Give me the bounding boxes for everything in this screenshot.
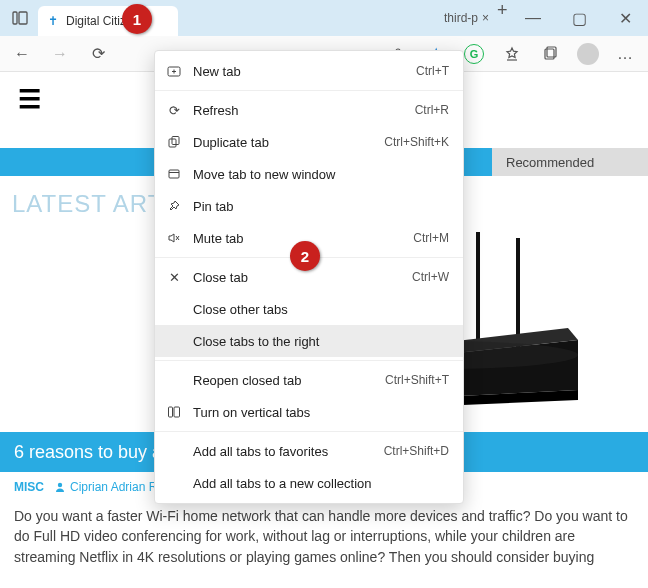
- person-icon: [54, 481, 66, 493]
- menu-vertical-tabs[interactable]: Turn on vertical tabs: [155, 396, 463, 428]
- app-menu-button[interactable]: …: [612, 40, 640, 68]
- bg-tab-title: third-p: [444, 11, 478, 25]
- new-tab-icon: [165, 64, 183, 78]
- new-tab-button[interactable]: +: [497, 0, 508, 36]
- recommended-pill[interactable]: Recommended: [488, 148, 648, 176]
- duplicate-icon: [165, 135, 183, 149]
- background-tab[interactable]: third-p ×: [444, 0, 489, 36]
- hamburger-menu-icon[interactable]: ☰: [18, 84, 41, 115]
- svg-rect-10: [516, 238, 520, 348]
- active-tab[interactable]: ✝ Digital Citize: [38, 6, 178, 36]
- close-icon: ✕: [165, 270, 183, 285]
- window-close-button[interactable]: ✕: [602, 0, 648, 36]
- step-badge-2: 2: [290, 241, 320, 271]
- site-favicon-icon: ✝: [46, 14, 60, 28]
- profile-button[interactable]: [574, 40, 602, 68]
- category-label[interactable]: MISC: [14, 480, 44, 494]
- title-bar: ✝ Digital Citize third-p × + — ▢ ✕: [0, 0, 648, 36]
- window-maximize-button[interactable]: ▢: [556, 0, 602, 36]
- menu-refresh[interactable]: ⟳ RefreshCtrl+R: [155, 94, 463, 126]
- menu-new-tab[interactable]: New tabCtrl+T: [155, 55, 463, 87]
- collections-icon[interactable]: [536, 40, 564, 68]
- close-tab-icon[interactable]: ×: [482, 11, 489, 25]
- menu-close-right[interactable]: Close tabs to the right: [155, 325, 463, 357]
- menu-move-window[interactable]: Move tab to new window: [155, 158, 463, 190]
- menu-close-other[interactable]: Close other tabs: [155, 293, 463, 325]
- svg-rect-1: [19, 12, 27, 24]
- svg-rect-0: [13, 12, 17, 24]
- article-body: Do you want a faster Wi-Fi home network …: [14, 506, 634, 567]
- menu-add-collection[interactable]: Add all tabs to a new collection: [155, 467, 463, 499]
- vertical-tabs-menu-icon: [165, 405, 183, 419]
- window-icon: [165, 167, 183, 181]
- refresh-icon: ⟳: [165, 103, 183, 118]
- menu-duplicate[interactable]: Duplicate tabCtrl+Shift+K: [155, 126, 463, 158]
- mute-icon: [165, 231, 183, 245]
- back-button[interactable]: ←: [8, 40, 36, 68]
- forward-button[interactable]: →: [46, 40, 74, 68]
- svg-rect-32: [174, 407, 180, 417]
- favorites-bar-icon[interactable]: [498, 40, 526, 68]
- window-minimize-button[interactable]: —: [510, 0, 556, 36]
- grammarly-icon[interactable]: G: [460, 40, 488, 68]
- svg-rect-27: [169, 170, 179, 178]
- vertical-tabs-icon[interactable]: [6, 4, 34, 32]
- menu-reopen[interactable]: Reopen closed tabCtrl+Shift+T: [155, 364, 463, 396]
- menu-pin[interactable]: Pin tab: [155, 190, 463, 222]
- menu-add-favorites[interactable]: Add all tabs to favoritesCtrl+Shift+D: [155, 435, 463, 467]
- step-badge-1: 1: [122, 4, 152, 34]
- svg-point-19: [58, 483, 62, 487]
- avatar-icon: [577, 43, 599, 65]
- pin-icon: [165, 199, 183, 213]
- svg-rect-9: [476, 232, 480, 348]
- svg-rect-31: [169, 407, 173, 417]
- tab-context-menu: New tabCtrl+T ⟳ RefreshCtrl+R Duplicate …: [154, 50, 464, 504]
- reload-button[interactable]: ⟳: [84, 40, 112, 68]
